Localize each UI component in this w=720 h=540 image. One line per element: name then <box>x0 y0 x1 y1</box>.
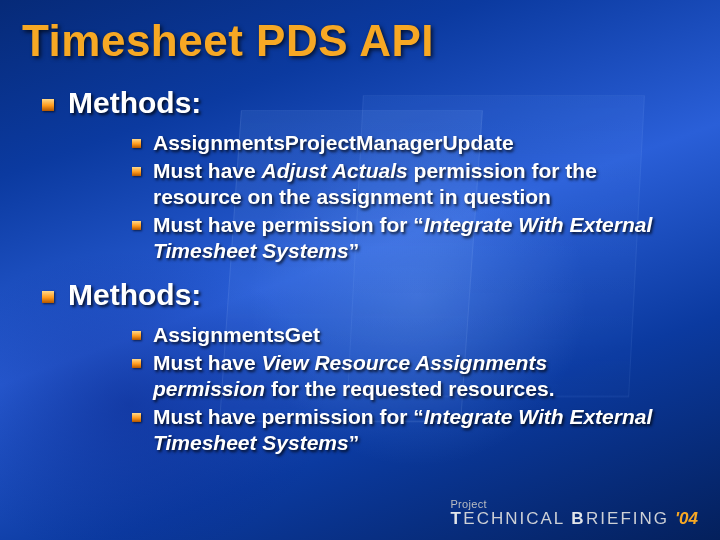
bullet-icon <box>132 139 141 148</box>
footer-word1-rest: ECHNICAL <box>463 510 565 528</box>
bullet-icon <box>132 167 141 176</box>
item-text: Must have permission for “Integrate With… <box>153 212 662 264</box>
section-row: Methods: <box>0 278 720 312</box>
footer-branding: Project TECHNICAL BRIEFING '04 <box>450 499 698 528</box>
item-text: Must have permission for “Integrate With… <box>153 404 662 456</box>
footer-title: TECHNICAL BRIEFING '04 <box>450 510 698 528</box>
footer-word2-cap: B <box>571 510 584 528</box>
section-1-items: AssignmentsProjectManagerUpdate Must hav… <box>0 130 720 264</box>
section-label: Methods: <box>68 278 201 312</box>
item-text: Must have Adjust Actuals permission for … <box>153 158 662 210</box>
list-item: AssignmentsProjectManagerUpdate <box>132 130 662 156</box>
list-item: Must have permission for “Integrate With… <box>132 404 662 456</box>
bullet-icon <box>132 359 141 368</box>
list-item: AssignmentsGet <box>132 322 662 348</box>
bullet-icon <box>132 413 141 422</box>
slide: Timesheet PDS API Methods: AssignmentsPr… <box>0 0 720 540</box>
slide-content: Timesheet PDS API Methods: AssignmentsPr… <box>0 0 720 456</box>
footer-word2-rest: RIEFING <box>586 510 669 528</box>
section-1: Methods: AssignmentsProjectManagerUpdate… <box>0 86 720 264</box>
slide-title: Timesheet PDS API <box>0 0 720 66</box>
list-item: Must have View Resource Assignments perm… <box>132 350 662 402</box>
footer-year: '04 <box>675 510 698 528</box>
item-text: AssignmentsProjectManagerUpdate <box>153 130 514 156</box>
item-text: Must have View Resource Assignments perm… <box>153 350 662 402</box>
bullet-icon <box>132 221 141 230</box>
section-2: Methods: AssignmentsGet Must have View R… <box>0 278 720 456</box>
section-row: Methods: <box>0 86 720 120</box>
list-item: Must have permission for “Integrate With… <box>132 212 662 264</box>
section-2-items: AssignmentsGet Must have View Resource A… <box>0 322 720 456</box>
section-label: Methods: <box>68 86 201 120</box>
bullet-icon <box>42 291 54 303</box>
item-text: AssignmentsGet <box>153 322 320 348</box>
list-item: Must have Adjust Actuals permission for … <box>132 158 662 210</box>
bullet-icon <box>42 99 54 111</box>
bullet-icon <box>132 331 141 340</box>
footer-word1-cap: T <box>450 510 461 528</box>
